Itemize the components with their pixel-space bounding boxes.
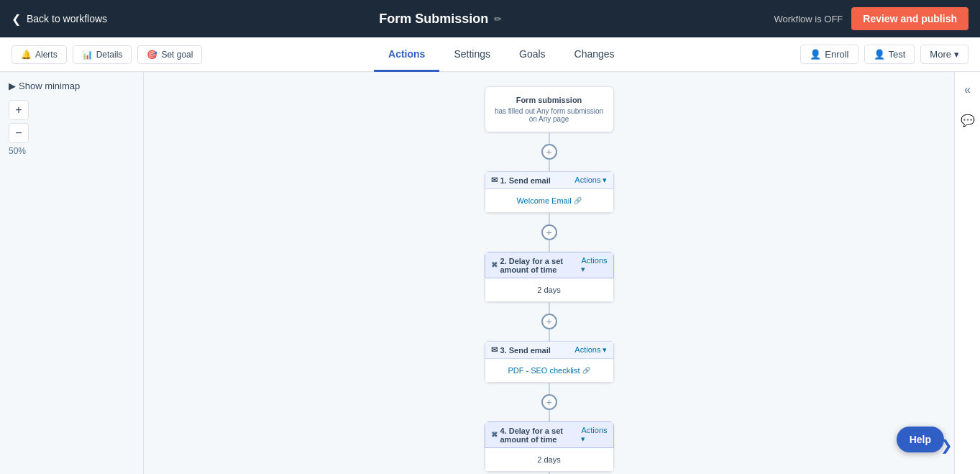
connector-2: + [541,213,557,252]
connector-4: + [541,383,557,421]
email-icon-2: ✉ [491,345,498,355]
enroll-icon: 👤 [810,49,821,60]
action-node-body-2: 2 days [485,278,614,302]
action-node-2[interactable]: ✖ 2. Delay for a set amount of time Acti… [485,252,614,302]
details-button[interactable]: 📊 Details [73,45,132,64]
workflow-status: Workflow is OFF [774,14,843,24]
step-3-content[interactable]: PDF - SEO checklist 🔗 [491,366,608,375]
bar-chart-icon: 📊 [82,50,93,60]
workflow-column: Form submission has filled out Any form … [477,86,621,474]
comment-icon[interactable]: 💬 [961,114,975,127]
show-minimap[interactable]: ▶ Show minimap [9,81,134,91]
add-step-button-2[interactable]: + [541,224,557,240]
workflow-title: Form Submission [379,12,488,27]
zoom-level: 50% [9,146,134,156]
connector-3: + [541,302,557,341]
more-button[interactable]: More ▾ [920,45,968,64]
top-bar: ❮ Back to workflows Form Submission ✏ Wo… [0,0,980,37]
action-node-header-2: ✖ 2. Delay for a set amount of time Acti… [485,252,614,278]
delay-icon-1: ✖ [491,260,498,270]
connector-1: + [541,132,557,171]
sub-toolbar-right: 👤 Enroll 👤 Test More ▾ [800,45,968,64]
review-publish-button[interactable]: Review and publish [851,7,968,30]
step-4-content: 2 days [491,455,608,464]
help-button[interactable]: Help [897,427,944,452]
action-node-4[interactable]: ✖ 4. Delay for a set amount of time Acti… [485,421,614,472]
collapse-icon[interactable]: « [958,78,976,102]
enroll-button[interactable]: 👤 Enroll [800,45,858,64]
add-step-button-4[interactable]: + [541,394,557,410]
action-node-body-1: Welcome Email 🔗 [485,189,614,213]
tab-actions[interactable]: Actions [374,37,439,72]
zoom-controls: + − [9,100,134,143]
action-node-1[interactable]: ✉ 1. Send email Actions ▾ Welcome Email … [485,171,614,213]
chevron-left-icon: ❮ [12,12,21,26]
step-3-actions[interactable]: Actions ▾ [574,345,607,355]
step-2-content: 2 days [491,286,608,294]
workflow-title-area: Form Submission ✏ [379,12,502,27]
step-1-actions[interactable]: Actions ▾ [574,176,607,185]
step-2-actions[interactable]: Actions ▾ [581,256,607,274]
sub-toolbar-left: 🔔 Alerts 📊 Details 🎯 Set goal [12,45,202,64]
action-node-3[interactable]: ✉ 3. Send email Actions ▾ PDF - SEO chec… [485,341,614,383]
test-icon: 👤 [874,49,885,60]
action-node-body-4: 2 days [485,448,614,472]
email-icon-1: ✉ [491,176,498,185]
add-step-button[interactable]: + [541,144,557,160]
chevron-down-icon: ▾ [954,49,959,60]
step-4-actions[interactable]: Actions ▾ [581,426,607,444]
tab-bar: Actions Settings Goals Changes [374,37,629,71]
main-layout: ▶ Show minimap + − 50% Form submission h… [0,72,980,474]
tab-goals[interactable]: Goals [505,37,560,72]
alerts-button[interactable]: 🔔 Alerts [12,45,67,64]
external-link-icon-2: 🔗 [582,367,590,374]
back-label: Back to workflows [27,13,107,24]
back-to-workflows[interactable]: ❮ Back to workflows [12,12,107,26]
right-panel: « 💬 [954,72,980,474]
target-icon: 🎯 [147,50,157,60]
tab-settings[interactable]: Settings [439,37,505,72]
trigger-node[interactable]: Form submission has filled out Any form … [485,86,614,132]
action-node-header-3: ✉ 3. Send email Actions ▾ [485,341,614,359]
tab-changes[interactable]: Changes [560,37,629,72]
edit-icon[interactable]: ✏ [494,14,502,24]
chevron-right-icon: ▶ [9,81,16,91]
zoom-in-button[interactable]: + [9,100,29,120]
bell-icon: 🔔 [21,50,32,60]
trigger-description: has filled out Any form submission on An… [494,107,605,123]
right-nav-arrow[interactable]: ❯ [940,437,953,454]
step-1-content[interactable]: Welcome Email 🔗 [491,196,608,205]
action-node-header-1: ✉ 1. Send email Actions ▾ [485,171,614,189]
action-node-body-3: PDF - SEO checklist 🔗 [485,359,614,383]
add-step-button-3[interactable]: + [541,314,557,329]
sub-toolbar: 🔔 Alerts 📊 Details 🎯 Set goal Actions Se… [0,37,980,72]
test-button[interactable]: 👤 Test [864,45,915,64]
action-node-header-4: ✖ 4. Delay for a set amount of time Acti… [485,421,614,448]
delay-icon-2: ✖ [491,430,498,439]
external-link-icon: 🔗 [574,197,582,204]
top-bar-right: Workflow is OFF Review and publish [774,7,968,30]
sidebar: ▶ Show minimap + − 50% [0,72,144,474]
zoom-out-button[interactable]: − [9,123,29,143]
set-goal-button[interactable]: 🎯 Set goal [137,45,202,64]
canvas: Form submission has filled out Any form … [144,72,954,474]
